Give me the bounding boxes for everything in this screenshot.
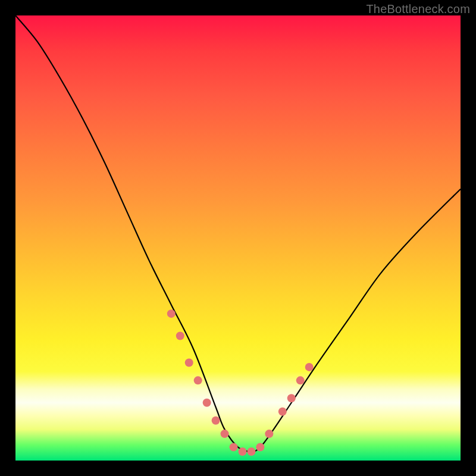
chart-svg — [15, 15, 461, 461]
marker-dot — [194, 376, 202, 384]
marker-dot — [238, 447, 246, 456]
watermark-text: TheBottleneck.com — [366, 2, 470, 16]
marker-dot — [287, 394, 296, 402]
marker-dots — [167, 309, 314, 456]
marker-dot — [265, 430, 273, 438]
marker-dot — [185, 358, 193, 367]
marker-dot — [247, 447, 255, 456]
marker-dot — [278, 408, 287, 416]
marker-dot — [176, 332, 184, 340]
marker-dot — [230, 443, 238, 452]
marker-dot — [256, 443, 264, 452]
marker-dot — [305, 363, 314, 371]
marker-dot — [212, 416, 220, 425]
marker-dot — [221, 430, 229, 438]
bottleneck-curve — [15, 15, 461, 452]
marker-dot — [203, 399, 211, 407]
marker-dot — [167, 309, 176, 318]
marker-dot — [296, 376, 305, 384]
